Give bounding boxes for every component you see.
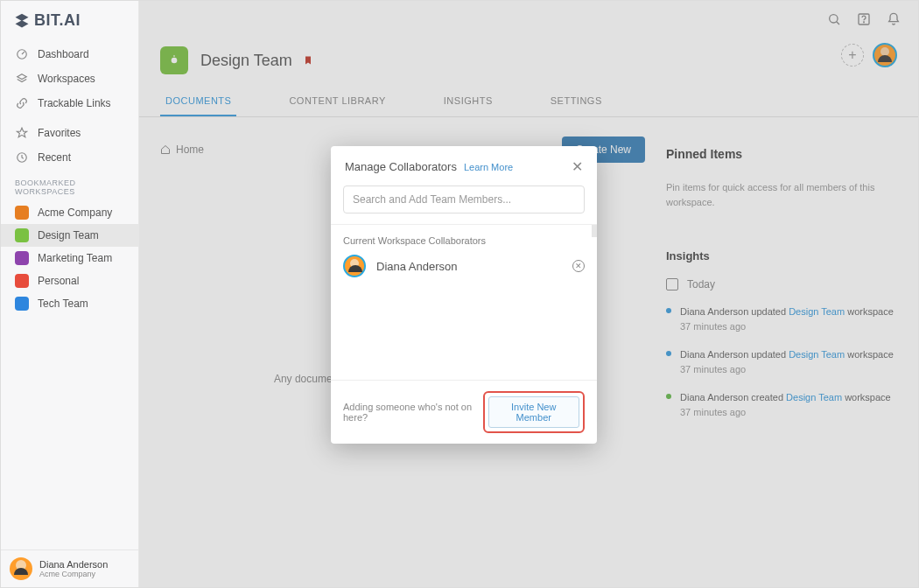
collaborator-name: Diana Anderson bbox=[376, 260, 458, 273]
sidebar-workspace-item[interactable]: Tech Team bbox=[1, 292, 138, 315]
user-name: Diana Anderson bbox=[39, 559, 108, 570]
workspace-badge-icon bbox=[15, 206, 29, 220]
sidebar-workspace-item[interactable]: Design Team bbox=[1, 224, 138, 247]
nav-favorites[interactable]: Favorites bbox=[1, 121, 138, 145]
workspace-label: Acme Company bbox=[38, 206, 112, 219]
sidebar-section-label: BOOKMARKED WORKSPACES bbox=[1, 170, 138, 201]
manage-collaborators-modal: Manage Collaborators Learn More ✕ Curren… bbox=[331, 146, 597, 444]
invite-new-member-button[interactable]: Invite New Member bbox=[488, 396, 580, 428]
remove-collaborator-icon[interactable]: ✕ bbox=[572, 260, 585, 272]
collaborator-row: Diana Anderson ✕ bbox=[343, 255, 585, 277]
link-icon bbox=[15, 96, 29, 110]
gauge-icon bbox=[15, 47, 29, 61]
nav-trackable-label: Trackable Links bbox=[38, 97, 111, 109]
sidebar: BIT.AI Dashboard Workspaces Trackable Li… bbox=[1, 1, 139, 587]
avatar bbox=[343, 255, 366, 277]
nav-workspaces[interactable]: Workspaces bbox=[1, 66, 138, 91]
avatar bbox=[10, 557, 32, 580]
workspace-badge-icon bbox=[15, 228, 29, 242]
workspace-badge-icon bbox=[15, 274, 29, 288]
workspace-label: Tech Team bbox=[38, 298, 88, 310]
workspace-label: Personal bbox=[38, 275, 79, 287]
modal-foot-text: Adding someone who's not on here? bbox=[343, 402, 483, 423]
layers-icon bbox=[15, 72, 29, 86]
nav-dashboard[interactable]: Dashboard bbox=[1, 42, 138, 66]
star-icon bbox=[15, 126, 29, 140]
nav-recent-label: Recent bbox=[38, 151, 71, 164]
invite-highlight: Invite New Member bbox=[483, 391, 586, 433]
logo-text: BIT.AI bbox=[34, 11, 81, 30]
learn-more-link[interactable]: Learn More bbox=[464, 162, 513, 172]
user-org: Acme Company bbox=[39, 570, 108, 578]
sidebar-workspace-item[interactable]: Marketing Team bbox=[1, 247, 138, 270]
workspace-badge-icon bbox=[15, 251, 29, 265]
sidebar-workspace-item[interactable]: Acme Company bbox=[1, 201, 138, 224]
close-icon[interactable]: ✕ bbox=[572, 158, 583, 175]
search-members-input[interactable] bbox=[343, 186, 585, 214]
nav-favorites-label: Favorites bbox=[38, 127, 81, 139]
nav-recent[interactable]: Recent bbox=[1, 145, 138, 170]
logo[interactable]: BIT.AI bbox=[1, 1, 138, 37]
workspace-label: Marketing Team bbox=[38, 252, 112, 264]
clock-icon bbox=[15, 150, 29, 164]
collaborators-label: Current Workspace Collaborators bbox=[343, 235, 585, 246]
workspace-list: Acme CompanyDesign TeamMarketing TeamPer… bbox=[1, 201, 138, 315]
sidebar-workspace-item[interactable]: Personal bbox=[1, 270, 138, 292]
nav-workspaces-label: Workspaces bbox=[38, 73, 95, 85]
nav-trackable[interactable]: Trackable Links bbox=[1, 91, 138, 116]
modal-title: Manage Collaborators bbox=[345, 160, 457, 173]
logo-icon bbox=[13, 12, 31, 30]
workspace-label: Design Team bbox=[38, 229, 99, 242]
workspace-badge-icon bbox=[15, 297, 29, 311]
user-footer[interactable]: Diana Anderson Acme Company bbox=[1, 550, 138, 587]
nav-dashboard-label: Dashboard bbox=[38, 48, 89, 60]
